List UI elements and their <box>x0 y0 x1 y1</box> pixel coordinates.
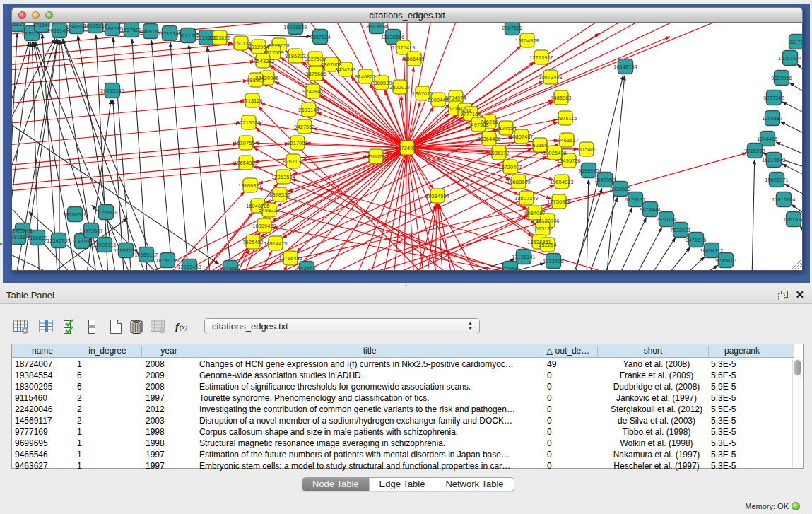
svg-text:16107554: 16107554 <box>234 140 258 146</box>
svg-text:(x): (x) <box>180 323 188 332</box>
svg-text:7663822: 7663822 <box>209 35 230 41</box>
svg-text:10958117: 10958117 <box>134 252 158 258</box>
svg-text:15692971: 15692971 <box>765 177 789 183</box>
svg-text:9227342: 9227342 <box>763 95 784 101</box>
svg-text:1362615: 1362615 <box>412 90 433 97</box>
svg-text:1209387: 1209387 <box>762 115 782 122</box>
svg-text:9474444: 9474444 <box>640 206 660 213</box>
svg-text:3824554: 3824554 <box>495 125 516 132</box>
svg-text:12975115: 12975115 <box>553 115 577 122</box>
svg-text:8454749: 8454749 <box>335 66 355 73</box>
svg-text:9146821: 9146821 <box>355 74 375 80</box>
svg-text:12353594: 12353594 <box>271 174 295 180</box>
svg-text:12342757: 12342757 <box>47 238 71 244</box>
svg-text:10688609: 10688609 <box>507 179 531 185</box>
svg-text:18300295: 18300295 <box>364 153 388 160</box>
svg-text:39159: 39159 <box>12 234 26 240</box>
svg-text:18807249: 18807249 <box>514 195 539 201</box>
svg-text:9115460: 9115460 <box>577 146 597 153</box>
svg-text:1527602: 1527602 <box>121 27 141 33</box>
svg-text:10807487: 10807487 <box>510 134 534 140</box>
svg-text:9245092: 9245092 <box>220 265 240 271</box>
svg-text:20206578: 20206578 <box>63 211 87 218</box>
svg-text:7986372: 7986372 <box>488 150 509 156</box>
svg-text:2603144: 2603144 <box>298 107 319 113</box>
svg-text:7485063: 7485063 <box>551 95 571 101</box>
svg-text:8813054: 8813054 <box>366 23 387 30</box>
svg-text:10025438: 10025438 <box>543 150 567 156</box>
svg-text:87064: 87064 <box>503 266 518 271</box>
svg-text:8938923: 8938923 <box>610 186 630 192</box>
svg-text:11170: 11170 <box>789 39 803 45</box>
svg-text:3875685: 3875685 <box>305 71 326 77</box>
svg-text:6794074: 6794074 <box>445 95 466 101</box>
svg-text:9699695: 9699695 <box>578 168 599 174</box>
svg-text:10543382: 10543382 <box>251 58 275 64</box>
svg-text:1244415: 1244415 <box>757 136 777 142</box>
svg-text:9777169: 9777169 <box>460 111 481 117</box>
svg-text:20053346: 20053346 <box>100 88 124 94</box>
svg-text:6497568: 6497568 <box>468 122 488 128</box>
svg-text:1866409: 1866409 <box>404 56 424 62</box>
svg-text:13495756: 13495756 <box>557 158 581 164</box>
svg-text:10654112: 10654112 <box>700 247 723 254</box>
svg-text:2718126: 2718126 <box>242 98 262 104</box>
svg-text:1186536: 1186536 <box>102 25 123 32</box>
svg-text:2388520: 2388520 <box>371 80 392 86</box>
svg-text:8471676: 8471676 <box>686 237 706 243</box>
svg-text:12905115: 12905115 <box>93 242 116 248</box>
svg-text:16835: 16835 <box>12 23 25 28</box>
svg-text:8226058: 8226058 <box>269 42 289 49</box>
svg-text:252254: 252254 <box>539 242 556 248</box>
svg-text:1156829: 1156829 <box>28 235 48 241</box>
svg-text:13238506: 13238506 <box>381 34 405 40</box>
svg-text:19384554: 19384554 <box>425 193 449 199</box>
svg-text:9217006: 9217006 <box>287 140 307 146</box>
svg-text:19654923: 19654923 <box>550 179 574 185</box>
svg-text:12213967: 12213967 <box>529 54 553 61</box>
svg-text:15751074: 15751074 <box>778 55 802 62</box>
svg-text:16099489: 16099489 <box>252 223 276 229</box>
svg-text:5498222: 5498222 <box>259 207 279 214</box>
svg-text:16210643: 16210643 <box>762 157 786 163</box>
svg-text:988901: 988901 <box>247 77 264 83</box>
svg-text:18724007: 18724007 <box>395 145 419 151</box>
svg-text:2087682: 2087682 <box>502 25 522 31</box>
svg-text:17359928: 17359928 <box>94 209 118 216</box>
svg-text:10975867: 10975867 <box>79 228 103 234</box>
svg-text:1733426: 1733426 <box>543 258 563 264</box>
svg-text:9327509: 9327509 <box>263 49 283 56</box>
svg-text:8267130: 8267130 <box>283 158 303 165</box>
svg-text:7357224: 7357224 <box>310 34 330 40</box>
svg-text:9245612: 9245612 <box>715 257 736 264</box>
svg-text:9084067: 9084067 <box>524 210 545 216</box>
svg-text:7632621: 7632621 <box>670 227 690 233</box>
svg-text:2935114: 2935114 <box>657 216 677 223</box>
svg-text:9427552: 9427552 <box>294 124 314 130</box>
svg-text:8186323: 8186323 <box>285 53 305 59</box>
svg-text:16033809: 16033809 <box>283 24 307 30</box>
svg-text:1267534: 1267534 <box>783 216 803 223</box>
svg-text:10973493: 10973493 <box>539 74 563 81</box>
svg-text:9242843: 9242843 <box>302 88 323 95</box>
svg-text:16154808: 16154808 <box>515 37 539 44</box>
svg-text:1640952: 1640952 <box>594 177 615 183</box>
svg-text:8878332: 8878332 <box>269 192 290 198</box>
svg-text:1145193: 1145193 <box>72 238 93 245</box>
svg-text:19463627: 19463627 <box>555 137 579 144</box>
svg-text:2055724: 2055724 <box>21 30 42 37</box>
svg-text:12213389: 12213389 <box>237 119 261 126</box>
svg-text:3215958: 3215958 <box>744 148 765 154</box>
svg-text:6479137: 6479137 <box>625 197 645 203</box>
svg-text:19654983: 19654983 <box>234 160 258 166</box>
svg-text:62160: 62160 <box>533 142 548 148</box>
svg-text:1615132: 1615132 <box>532 226 553 232</box>
svg-text:11325419: 11325419 <box>392 45 415 51</box>
svg-text:924509: 924509 <box>298 266 315 271</box>
svg-text:20364436: 20364436 <box>477 136 501 142</box>
svg-text:9329966: 9329966 <box>771 75 792 81</box>
svg-text:16120746: 16120746 <box>536 218 560 224</box>
svg-text:1435001: 1435001 <box>12 228 33 234</box>
svg-text:16782759: 16782759 <box>155 257 180 264</box>
svg-text:19166827: 19166827 <box>238 182 262 189</box>
